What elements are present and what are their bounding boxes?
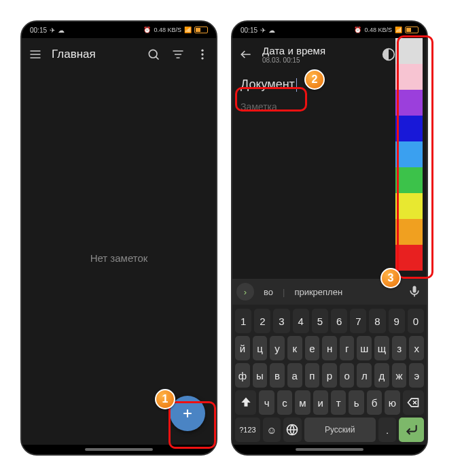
wifi-icon: 📶 bbox=[395, 27, 402, 33]
sort-icon[interactable] bbox=[170, 46, 186, 63]
key[interactable]: о bbox=[340, 363, 355, 388]
key[interactable]: к bbox=[287, 336, 302, 360]
color-swatch[interactable] bbox=[395, 38, 423, 64]
key[interactable]: а bbox=[287, 363, 302, 388]
svg-point-8 bbox=[201, 50, 203, 52]
keyboard: 1234567890йцукенгшщзхфывапролджэчсмитьбю… bbox=[232, 305, 427, 445]
color-swatch[interactable] bbox=[395, 116, 423, 141]
key[interactable]: е bbox=[305, 336, 320, 360]
key[interactable]: р bbox=[322, 363, 337, 388]
suggestion-2[interactable]: прикреплен bbox=[289, 287, 348, 297]
cloud-icon: ☁ bbox=[58, 27, 65, 34]
color-swatch[interactable] bbox=[395, 193, 423, 219]
text-cursor bbox=[296, 78, 297, 92]
cloud-icon: ☁ bbox=[268, 27, 275, 34]
key[interactable]: 8 bbox=[369, 309, 385, 333]
alarm-icon: ⏰ bbox=[143, 27, 151, 33]
content-area: Нет заметок bbox=[22, 71, 216, 445]
color-swatch[interactable] bbox=[395, 219, 423, 245]
key[interactable]: й bbox=[235, 336, 250, 360]
symbols-key[interactable]: ?123 bbox=[235, 418, 260, 442]
key[interactable]: т bbox=[331, 390, 346, 415]
suggestion-1[interactable]: во bbox=[258, 287, 279, 297]
svg-point-9 bbox=[201, 53, 203, 55]
color-swatch[interactable] bbox=[395, 141, 423, 167]
send-icon: ✈ bbox=[260, 27, 266, 34]
emoji-key[interactable]: ☺ bbox=[263, 418, 281, 442]
status-bar: 00:15 ✈ ☁ ⏰ 0.48 KB/S 📶 bbox=[22, 22, 216, 38]
net-speed: 0.48 KB/S bbox=[154, 27, 181, 33]
empty-state-text: Нет заметок bbox=[22, 71, 216, 445]
language-key[interactable] bbox=[283, 418, 301, 442]
key[interactable]: з bbox=[392, 336, 407, 360]
phone-screen-editor: 00:15 ✈ ☁ ⏰ 0.48 KB/S 📶 Дата и время 08.… bbox=[231, 20, 428, 456]
step-badge-2: 2 bbox=[304, 69, 325, 90]
search-icon[interactable] bbox=[145, 46, 162, 63]
status-time: 00:15 bbox=[30, 27, 47, 34]
svg-point-3 bbox=[149, 50, 157, 58]
key[interactable]: д bbox=[374, 363, 389, 388]
color-swatch[interactable] bbox=[395, 64, 423, 90]
svg-point-10 bbox=[201, 57, 203, 59]
menu-icon[interactable] bbox=[27, 46, 43, 63]
key[interactable]: 6 bbox=[331, 309, 347, 333]
key[interactable]: п bbox=[305, 363, 320, 388]
key[interactable]: 7 bbox=[350, 309, 366, 333]
period-key[interactable]: . bbox=[378, 418, 396, 442]
space-key[interactable]: Русский bbox=[304, 418, 376, 442]
key[interactable]: в bbox=[270, 363, 285, 388]
step-badge-1: 1 bbox=[155, 389, 175, 409]
key[interactable]: э bbox=[409, 363, 424, 388]
status-bar: 00:15 ✈ ☁ ⏰ 0.48 KB/S 📶 bbox=[232, 22, 427, 38]
key[interactable]: ф bbox=[235, 363, 250, 388]
net-speed: 0.48 KB/S bbox=[364, 27, 392, 33]
note-body-placeholder: Заметка bbox=[241, 101, 277, 112]
key[interactable]: 3 bbox=[273, 309, 289, 333]
battery-icon bbox=[194, 27, 208, 33]
key[interactable]: 2 bbox=[254, 309, 270, 333]
key[interactable]: ж bbox=[392, 363, 407, 388]
theme-icon[interactable] bbox=[380, 46, 397, 63]
header-date: 08.03. 00:15 bbox=[262, 56, 372, 64]
shift-key[interactable] bbox=[235, 390, 256, 415]
key[interactable]: щ bbox=[374, 336, 389, 360]
more-icon[interactable] bbox=[194, 46, 211, 63]
key[interactable]: и bbox=[313, 390, 328, 415]
key[interactable]: с bbox=[277, 390, 292, 415]
add-note-fab[interactable] bbox=[170, 396, 205, 431]
key[interactable]: 9 bbox=[389, 309, 405, 333]
key[interactable]: ы bbox=[253, 363, 268, 388]
back-icon[interactable] bbox=[238, 46, 254, 63]
key[interactable]: х bbox=[409, 336, 424, 360]
wifi-icon: 📶 bbox=[184, 27, 192, 33]
key[interactable]: ш bbox=[357, 336, 372, 360]
key[interactable]: 0 bbox=[408, 309, 424, 333]
key[interactable]: ч bbox=[259, 390, 274, 415]
enter-key[interactable] bbox=[399, 418, 424, 442]
gesture-bar bbox=[22, 445, 216, 454]
status-time: 00:15 bbox=[241, 27, 257, 34]
expand-icon[interactable]: › bbox=[236, 283, 254, 301]
color-swatch[interactable] bbox=[395, 167, 423, 193]
backspace-key[interactable] bbox=[403, 390, 424, 415]
color-swatch[interactable] bbox=[395, 90, 423, 116]
key[interactable]: ю bbox=[385, 390, 399, 415]
key[interactable]: б bbox=[367, 390, 382, 415]
key[interactable]: г bbox=[340, 336, 355, 360]
key[interactable]: 4 bbox=[293, 309, 309, 333]
key[interactable]: н bbox=[322, 336, 337, 360]
mic-icon[interactable] bbox=[408, 284, 423, 300]
key[interactable]: 5 bbox=[312, 309, 328, 333]
key[interactable]: ь bbox=[349, 390, 363, 415]
key[interactable]: м bbox=[295, 390, 310, 415]
key[interactable]: ц bbox=[253, 336, 268, 360]
key[interactable]: у bbox=[270, 336, 285, 360]
page-title: Главная bbox=[52, 48, 137, 61]
phone-screen-home: 00:15 ✈ ☁ ⏰ 0.48 KB/S 📶 Главная Нет заме… bbox=[20, 20, 217, 456]
key[interactable]: л bbox=[357, 363, 372, 388]
svg-rect-15 bbox=[413, 286, 416, 292]
svg-line-4 bbox=[156, 56, 158, 59]
note-title-text: Документ bbox=[241, 78, 295, 92]
color-swatch[interactable] bbox=[395, 245, 423, 271]
key[interactable]: 1 bbox=[235, 309, 251, 333]
